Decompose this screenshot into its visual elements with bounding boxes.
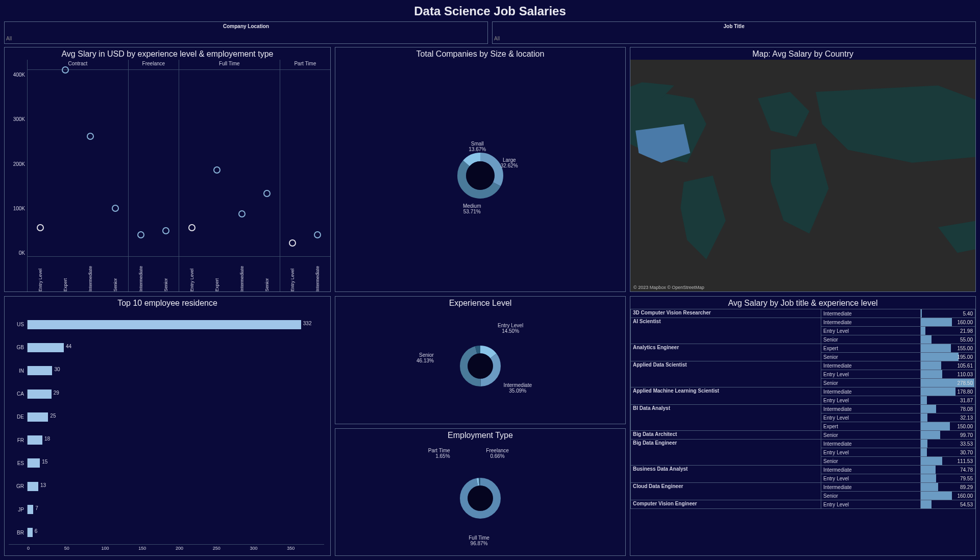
facet-header: Full Time: [179, 60, 280, 70]
card-map: Map: Avg Salary by Country © 2023 Mapb: [630, 47, 976, 292]
chart-title: Experience Level: [335, 297, 625, 309]
data-point[interactable]: [213, 166, 220, 174]
value-cell: 178.80: [921, 387, 975, 396]
dashboard-title: Data Science Job Salaries: [0, 0, 980, 21]
donut-label: Full Time96.87%: [469, 535, 489, 546]
value-cell: 21.98: [921, 327, 975, 335]
level-cell: Senior: [821, 353, 921, 361]
y-tick: 300K: [13, 116, 25, 122]
salary-table-scroll[interactable]: 3D Computer Vision ResearcherIntermediat…: [630, 309, 975, 555]
data-point[interactable]: [162, 227, 169, 234]
table-row[interactable]: Big Data ArchitectSenior99.70: [631, 431, 975, 440]
world-map[interactable]: © 2023 Mapbox © OpenStreetMap: [630, 60, 975, 291]
filter-label: Job Title: [724, 23, 745, 29]
chart-title: Avg Salary by Job title & experience lev…: [630, 297, 975, 309]
x-tick: Intermediate: [239, 265, 244, 291]
value-cell: 195.00: [921, 353, 975, 361]
bar-category: FR: [9, 437, 27, 443]
x-tick: 300: [250, 545, 287, 553]
y-tick: 400K: [13, 72, 25, 78]
bar[interactable]: [28, 366, 52, 375]
table-row[interactable]: AI ScientistIntermediate160.00: [631, 318, 975, 327]
map-credit: © 2023 Mapbox © OpenStreetMap: [633, 285, 704, 290]
bar-value: 13: [40, 482, 46, 488]
bar[interactable]: [28, 412, 48, 422]
x-tick: Senior: [264, 277, 270, 291]
filter-input-job[interactable]: [494, 34, 974, 42]
level-cell: Intermediate: [821, 483, 921, 492]
bar[interactable]: [28, 505, 33, 514]
data-point[interactable]: [289, 239, 296, 247]
filter-company-location[interactable]: Company Location: [4, 21, 488, 44]
bar-category: JP: [9, 507, 27, 513]
bar-category: DE: [9, 414, 27, 420]
level-cell: Intermediate: [821, 361, 921, 370]
data-point[interactable]: [137, 231, 144, 238]
job-title-cell: BI Data Analyst: [631, 405, 821, 431]
bar[interactable]: [28, 343, 64, 352]
level-cell: Senior: [821, 335, 921, 344]
data-point[interactable]: [87, 133, 94, 140]
table-row[interactable]: Business Data AnalystIntermediate74.78: [631, 466, 975, 474]
job-title-cell: Analytics Engineer: [631, 344, 821, 361]
level-cell: Entry Level: [821, 500, 921, 509]
donut-label: Part Time1.65%: [428, 448, 450, 459]
table-row[interactable]: 3D Computer Vision ResearcherIntermediat…: [631, 309, 975, 318]
bar-category: ES: [9, 460, 27, 466]
value-cell: 5.40: [921, 309, 975, 318]
value-cell: 55.00: [921, 335, 975, 344]
level-cell: Entry Level: [821, 474, 921, 483]
filters-row: Company Location Job Title: [0, 21, 980, 47]
x-tick: Expert: [63, 277, 68, 291]
table-row[interactable]: Computer Vision EngineerEntry Level54.53: [631, 500, 975, 509]
data-point[interactable]: [188, 224, 195, 231]
job-title-cell: Applied Data Scientist: [631, 361, 821, 387]
x-tick: Entry Level: [38, 267, 43, 291]
x-tick: 350: [287, 545, 324, 553]
bar[interactable]: [28, 320, 301, 329]
table-row[interactable]: BI Data AnalystIntermediate78.08: [631, 405, 975, 413]
value-cell: 150.00: [921, 422, 975, 431]
level-cell: Expert: [821, 344, 921, 353]
table-row[interactable]: Big Data EngineerIntermediate33.53: [631, 440, 975, 448]
level-cell: Entry Level: [821, 370, 921, 379]
chart-title: Total Companies by Size & location: [335, 47, 625, 60]
bar-value: 6: [35, 528, 38, 534]
chart-title: Employment Type: [335, 429, 625, 441]
bar[interactable]: [28, 482, 38, 491]
filter-job-title[interactable]: Job Title: [492, 21, 976, 44]
table-row[interactable]: Analytics EngineerExpert155.00: [631, 344, 975, 353]
svg-point-2: [468, 353, 493, 379]
filter-input-location[interactable]: [6, 34, 486, 42]
bar-category: CA: [9, 391, 27, 397]
level-cell: Senior: [821, 457, 921, 466]
x-tick: Intermediate: [138, 265, 143, 291]
level-cell: Entry Level: [821, 448, 921, 457]
data-point[interactable]: [263, 190, 271, 197]
level-cell: Intermediate: [821, 440, 921, 448]
table-row[interactable]: Applied Machine Learning ScientistInterm…: [631, 387, 975, 396]
bar-value: 30: [54, 367, 60, 372]
data-point[interactable]: [314, 231, 321, 238]
bar[interactable]: [28, 528, 33, 537]
value-cell: 32.13: [921, 413, 975, 422]
data-point[interactable]: [62, 66, 69, 74]
bar-value: 332: [303, 321, 312, 326]
bar-value: 7: [35, 505, 38, 511]
value-cell: 30.70: [921, 448, 975, 457]
job-title-cell: 3D Computer Vision Researcher: [631, 309, 821, 318]
x-tick: Entry Level: [290, 267, 295, 291]
facet-header: Contract: [28, 60, 128, 70]
card-company-size: Total Companies by Size & location Large…: [335, 47, 626, 292]
table-row[interactable]: Cloud Data EngineerIntermediate89.29: [631, 483, 975, 492]
data-point[interactable]: [112, 205, 119, 212]
x-tick: Senior: [163, 277, 168, 291]
table-row[interactable]: Applied Data ScientistIntermediate105.61: [631, 361, 975, 370]
donut-label: Freelance0.66%: [486, 448, 508, 459]
data-point[interactable]: [37, 224, 44, 231]
data-point[interactable]: [238, 210, 246, 217]
bar[interactable]: [28, 435, 42, 445]
bar[interactable]: [28, 458, 40, 468]
bar-category: GB: [9, 345, 27, 350]
bar[interactable]: [28, 389, 52, 399]
